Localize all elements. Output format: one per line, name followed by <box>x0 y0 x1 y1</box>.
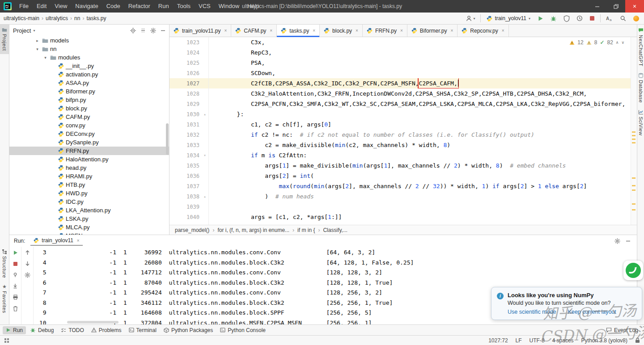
tree-item-msen-py[interactable]: MSEN.py <box>9 231 169 235</box>
python-interpreter[interactable]: Python 3.8 (yolov8) <box>581 337 627 344</box>
prev-problem-icon[interactable]: ∧ <box>616 40 619 45</box>
menu-code[interactable]: Code <box>102 0 124 13</box>
close-icon[interactable]: × <box>356 28 358 33</box>
toolwindow-button-debug[interactable]: Debug <box>27 326 57 334</box>
line-number-1039[interactable]: 1039 <box>169 202 209 212</box>
tree-item-lska-py[interactable]: LSKA.py <box>9 215 169 223</box>
keep-current-layout-link[interactable]: Keep current layout <box>568 309 616 315</box>
tree-item-mlca-py[interactable]: MLCA.py <box>9 223 169 231</box>
line-number-1041[interactable]: 1041 <box>169 222 209 225</box>
tree-item-bifpn-py[interactable]: bifpn.py <box>9 96 169 104</box>
line-number-1029[interactable]: 1029 <box>169 99 209 109</box>
close-icon[interactable]: × <box>502 28 504 33</box>
line-number-1028[interactable]: 1028 <box>169 88 209 99</box>
run-config-select[interactable]: train_yolov11 ▾ <box>485 14 532 22</box>
tree-item-biformer-py[interactable]: Biformer.py <box>9 87 169 96</box>
tree-item-cafm-py[interactable]: CAFM.py <box>9 113 169 121</box>
tree-item-dysanple-py[interactable]: DySanple.py <box>9 138 169 147</box>
breadcrumb-item-ultralytics[interactable]: ultralytics <box>46 15 68 21</box>
rerun-button[interactable] <box>11 249 20 256</box>
line-number-1033[interactable]: 1033 <box>169 140 209 150</box>
project-scrollbar[interactable] <box>166 123 169 155</box>
tool-button-favorites[interactable]: ★Favorites <box>0 281 9 316</box>
close-icon[interactable]: × <box>77 238 80 243</box>
tree-item-idc-py[interactable]: IDC.py <box>9 198 169 206</box>
up-button[interactable] <box>23 249 32 256</box>
toolwindow-button-problems[interactable]: Problems <box>88 326 125 334</box>
tree-item-htb-py[interactable]: HTB.py <box>9 181 169 189</box>
tree-item-block-py[interactable]: block.py <box>9 104 169 113</box>
tree-item-asaa-py[interactable]: ASAA.py <box>9 79 169 87</box>
tab-block-py[interactable]: block.py× <box>320 25 363 37</box>
tree-item-lka-attention-py[interactable]: LKA_Attention.py <box>9 206 169 215</box>
tree-item-nn[interactable]: ▾nn <box>9 45 169 53</box>
line-number-1038[interactable]: 1038▴ <box>169 191 209 202</box>
close-button[interactable]: × <box>625 0 644 13</box>
tree-item-haloattention-py[interactable]: HaloAttention.py <box>9 155 169 164</box>
editor-scrollbar[interactable] <box>631 37 637 225</box>
minimize-button[interactable] <box>588 0 606 13</box>
tool-button-nexchatgpt[interactable]: NexChatGPT <box>638 25 644 69</box>
tree-item-conv-py[interactable]: conv.py <box>9 121 169 130</box>
collapse-all-icon[interactable] <box>140 28 146 33</box>
tree-item-head-py[interactable]: head.py <box>9 164 169 172</box>
run-tab[interactable]: train_yolov11 × <box>30 236 82 246</box>
tab-frfn-py[interactable]: FRFN.py× <box>363 25 407 37</box>
tool-windows-icon[interactable] <box>4 338 9 343</box>
hide-panel-icon[interactable] <box>161 28 165 33</box>
editor-breadcrumb-item[interactable]: Classify,... <box>323 227 347 233</box>
close-icon[interactable]: × <box>270 28 272 33</box>
menu-vcs[interactable]: VCS <box>195 0 215 13</box>
print-button[interactable] <box>11 294 20 301</box>
tab-repconv-py[interactable]: Repconv.py× <box>458 25 508 37</box>
tree-item-modules[interactable]: ▾modules <box>9 53 169 62</box>
close-icon[interactable]: × <box>400 28 403 33</box>
tree-item-deconv-py[interactable]: DEConv.py <box>9 130 169 138</box>
toolwindow-button-event-log[interactable]: Event Log <box>603 326 641 334</box>
gear-icon[interactable] <box>150 28 156 34</box>
gear-icon[interactable] <box>614 238 620 244</box>
toolwindow-button-run[interactable]: Run <box>3 326 26 334</box>
line-number-1023[interactable]: 1023 <box>169 37 209 47</box>
profiler-button[interactable] <box>575 14 584 22</box>
tab-tasks-py[interactable]: tasks.py× <box>277 25 320 37</box>
fold-marker-icon[interactable]: ▾ <box>201 154 208 157</box>
close-icon[interactable]: × <box>313 28 315 33</box>
line-number-1037[interactable]: 1037 <box>169 181 209 191</box>
tool-button-structure[interactable]: Structure <box>0 246 9 281</box>
toolwindow-button-python-packages[interactable]: Python Packages <box>161 326 216 334</box>
tool-button-database[interactable]: Database <box>638 69 644 106</box>
tree-item-init-py[interactable]: __init__.py <box>9 62 169 70</box>
tab-cafm-py[interactable]: CAFM.py× <box>231 25 277 37</box>
menu-file[interactable]: File <box>15 0 33 13</box>
line-number-1034[interactable]: 1034▾ <box>169 150 209 160</box>
cursor-position[interactable]: 1027:72 <box>488 337 508 344</box>
tree-item-models[interactable]: ▸models <box>9 36 169 45</box>
menu-view[interactable]: View <box>51 0 71 13</box>
close-icon[interactable]: × <box>225 28 227 33</box>
menu-window[interactable]: Window <box>215 0 243 13</box>
editor-breadcrumb-item[interactable]: if m in { <box>297 227 315 233</box>
editor-breadcrumb-item[interactable]: parse_model() <box>175 227 209 233</box>
next-problem-icon[interactable]: ∨ <box>621 40 624 45</box>
line-number-1024[interactable]: 1024 <box>169 47 209 58</box>
debug-button[interactable] <box>549 14 558 23</box>
breadcrumb-item-ultralytics-main[interactable]: ultralytics-main <box>4 15 39 21</box>
menu-edit[interactable]: Edit <box>33 0 51 13</box>
line-number-1040[interactable]: 1040 <box>169 212 209 222</box>
menu-tools[interactable]: Tools <box>173 0 195 13</box>
line-number-1031[interactable]: 1031 <box>169 119 209 130</box>
tool-button-sciview[interactable]: SciView <box>638 106 644 139</box>
line-number-1030[interactable]: 1030▴ <box>169 109 209 119</box>
stop-button[interactable] <box>588 15 596 22</box>
project-view-select[interactable]: Project▾ <box>13 27 35 34</box>
translate-icon[interactable]: Aa <box>605 15 614 22</box>
code-editor[interactable]: 1023 C3x,1024 RepC3,1025 PSA,1026 SCDown… <box>169 37 637 225</box>
breadcrumb-item-nn[interactable]: nn <box>74 15 80 21</box>
search-everywhere-icon[interactable] <box>619 14 628 23</box>
horizontal-scrollbar[interactable] <box>67 321 119 324</box>
scroll-end-button[interactable] <box>11 282 20 290</box>
tree-item-activation-py[interactable]: activation.py <box>9 70 169 79</box>
locate-file-icon[interactable] <box>130 28 136 34</box>
menu-run[interactable]: Run <box>154 0 173 13</box>
